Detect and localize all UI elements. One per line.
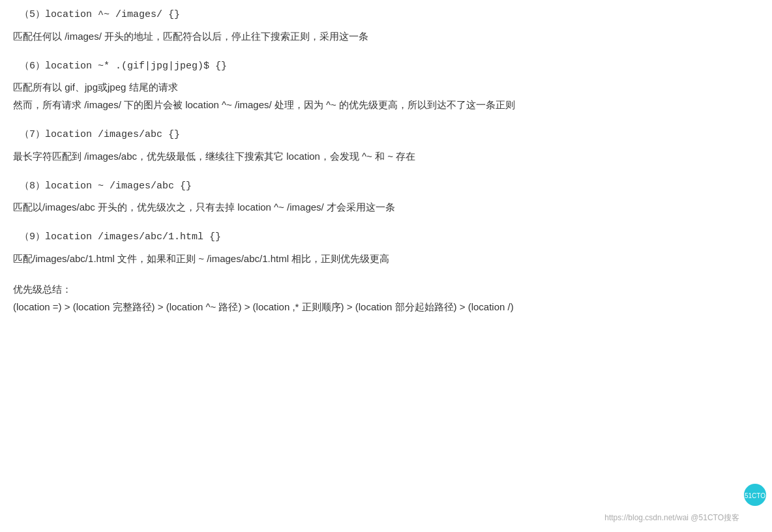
section-9: （9）location /images/abc/1.html {} 匹配/ima… xyxy=(13,229,759,267)
section-7: （7）location /images/abc {} 最长字符匹配到 /imag… xyxy=(13,126,759,165)
section-summary: 优先级总结： (location =) > (location 完整路径) > … xyxy=(13,280,759,316)
section-9-title: （9）location /images/abc/1.html {} xyxy=(13,229,759,246)
svg-text:51CTO: 51CTO xyxy=(745,492,765,499)
section-7-title: （7）location /images/abc {} xyxy=(13,126,759,143)
watermark-text: https://blog.csdn.net/wai @51CTO搜客 xyxy=(604,511,739,524)
section-8-desc-0: 匹配以/images/abc 开头的，优先级次之，只有去掉 location ^… xyxy=(13,198,759,216)
content-container: （5）location ^~ /images/ {} 匹配任何以 /images… xyxy=(13,7,759,316)
section-7-desc-0: 最长字符匹配到 /images/abc，优先级最低，继续往下搜索其它 locat… xyxy=(13,147,759,165)
summary-label: 优先级总结： xyxy=(13,280,759,298)
section-6-desc-1: 然而，所有请求 /images/ 下的图片会被 location ^~ /ima… xyxy=(13,96,759,113)
section-6: （6）location ~* .(gif|jpg|jpeg)$ {} 匹配所有以… xyxy=(13,58,759,114)
section-5: （5）location ^~ /images/ {} 匹配任何以 /images… xyxy=(13,7,759,45)
summary-text: (location =) > (location 完整路径) > (locati… xyxy=(13,298,759,316)
section-6-desc-0: 匹配所有以 gif、jpg或jpeg 结尾的请求 xyxy=(13,78,759,96)
section-6-title: （6）location ~* .(gif|jpg|jpeg)$ {} xyxy=(13,58,759,75)
watermark-logo: 51CTO xyxy=(743,483,767,512)
section-8: （8）location ~ /images/abc {} 匹配以/images/… xyxy=(13,178,759,216)
section-5-title: （5）location ^~ /images/ {} xyxy=(13,7,759,23)
section-5-desc-0: 匹配任何以 /images/ 开头的地址，匹配符合以后，停止往下搜索正则，采用这… xyxy=(13,27,759,45)
section-9-desc-0: 匹配/images/abc/1.html 文件，如果和正则 ~ /images/… xyxy=(13,250,759,267)
section-8-title: （8）location ~ /images/abc {} xyxy=(13,178,759,195)
